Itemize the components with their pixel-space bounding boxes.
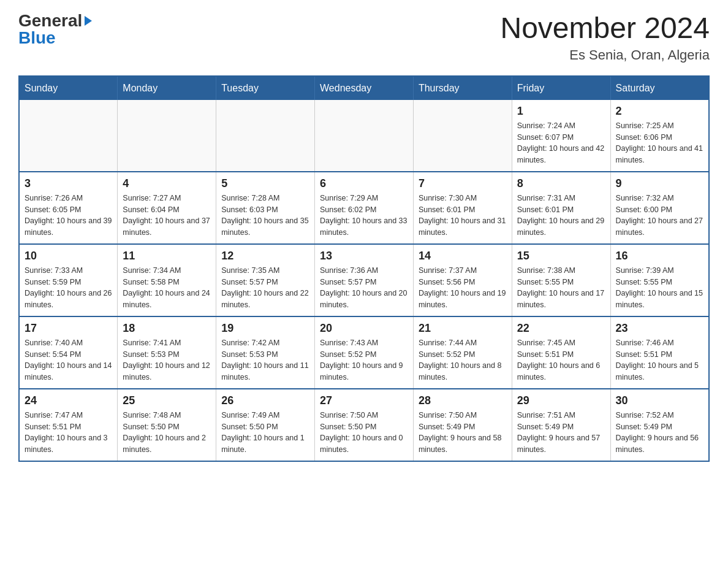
calendar-cell: 27Sunrise: 7:50 AMSunset: 5:50 PMDayligh… [315, 389, 414, 461]
day-number: 24 [25, 394, 112, 407]
day-number: 21 [419, 322, 507, 335]
day-info: Sunrise: 7:27 AMSunset: 6:04 PMDaylight:… [123, 193, 211, 239]
logo-arrow-icon [85, 16, 92, 26]
calendar-cell: 19Sunrise: 7:42 AMSunset: 5:53 PMDayligh… [216, 316, 315, 389]
day-number: 12 [221, 250, 309, 262]
day-info: Sunrise: 7:24 AMSunset: 6:07 PMDaylight:… [517, 120, 605, 166]
calendar-cell: 22Sunrise: 7:45 AMSunset: 5:51 PMDayligh… [512, 316, 610, 389]
calendar-cell: 28Sunrise: 7:50 AMSunset: 5:49 PMDayligh… [413, 389, 512, 461]
day-number: 17 [25, 322, 112, 335]
column-header-tuesday: Tuesday [216, 76, 315, 100]
day-info: Sunrise: 7:44 AMSunset: 5:52 PMDaylight:… [419, 337, 507, 383]
day-info: Sunrise: 7:50 AMSunset: 5:49 PMDaylight:… [419, 410, 507, 456]
calendar-table: SundayMondayTuesdayWednesdayThursdayFrid… [18, 75, 710, 462]
calendar-cell: 5Sunrise: 7:28 AMSunset: 6:03 PMDaylight… [216, 172, 315, 244]
calendar-cell [19, 100, 118, 172]
day-info: Sunrise: 7:28 AMSunset: 6:03 PMDaylight:… [221, 193, 309, 239]
day-number: 26 [221, 394, 309, 407]
day-info: Sunrise: 7:31 AMSunset: 6:01 PMDaylight:… [517, 193, 605, 239]
title-section: November 2024 Es Senia, Oran, Algeria [500, 12, 710, 63]
calendar-cell: 1Sunrise: 7:24 AMSunset: 6:07 PMDaylight… [512, 100, 610, 172]
day-number: 7 [419, 177, 507, 190]
calendar-cell: 16Sunrise: 7:39 AMSunset: 5:55 PMDayligh… [610, 244, 709, 316]
day-number: 14 [419, 250, 507, 262]
calendar-cell [118, 100, 216, 172]
day-info: Sunrise: 7:35 AMSunset: 5:57 PMDaylight:… [221, 265, 309, 311]
calendar-cell: 30Sunrise: 7:52 AMSunset: 5:49 PMDayligh… [610, 389, 709, 461]
day-info: Sunrise: 7:42 AMSunset: 5:53 PMDaylight:… [221, 337, 309, 383]
day-number: 20 [320, 322, 408, 335]
day-info: Sunrise: 7:40 AMSunset: 5:54 PMDaylight:… [25, 337, 112, 383]
day-info: Sunrise: 7:29 AMSunset: 6:02 PMDaylight:… [320, 193, 408, 239]
day-number: 1 [517, 105, 605, 118]
day-number: 2 [616, 105, 703, 118]
calendar-cell: 18Sunrise: 7:41 AMSunset: 5:53 PMDayligh… [118, 316, 216, 389]
day-number: 5 [221, 177, 309, 190]
column-header-friday: Friday [512, 76, 610, 100]
calendar-cell: 29Sunrise: 7:51 AMSunset: 5:49 PMDayligh… [512, 389, 610, 461]
page-header: General Blue November 2024 Es Senia, Ora… [18, 12, 710, 63]
day-number: 10 [25, 250, 112, 262]
day-info: Sunrise: 7:34 AMSunset: 5:58 PMDaylight:… [123, 265, 211, 311]
column-header-monday: Monday [118, 76, 216, 100]
day-number: 6 [320, 177, 408, 190]
day-info: Sunrise: 7:36 AMSunset: 5:57 PMDaylight:… [320, 265, 408, 311]
day-number: 25 [123, 394, 211, 407]
calendar-cell: 2Sunrise: 7:25 AMSunset: 6:06 PMDaylight… [610, 100, 709, 172]
calendar-cell: 3Sunrise: 7:26 AMSunset: 6:05 PMDaylight… [19, 172, 118, 244]
calendar-cell: 14Sunrise: 7:37 AMSunset: 5:56 PMDayligh… [413, 244, 512, 316]
calendar-cell: 7Sunrise: 7:30 AMSunset: 6:01 PMDaylight… [413, 172, 512, 244]
calendar-week-2: 3Sunrise: 7:26 AMSunset: 6:05 PMDaylight… [19, 172, 709, 244]
column-header-sunday: Sunday [19, 76, 118, 100]
location-subtitle: Es Senia, Oran, Algeria [500, 47, 710, 63]
day-info: Sunrise: 7:38 AMSunset: 5:55 PMDaylight:… [517, 265, 605, 311]
day-info: Sunrise: 7:45 AMSunset: 5:51 PMDaylight:… [517, 337, 605, 383]
calendar-week-5: 24Sunrise: 7:47 AMSunset: 5:51 PMDayligh… [19, 389, 709, 461]
calendar-cell: 26Sunrise: 7:49 AMSunset: 5:50 PMDayligh… [216, 389, 315, 461]
day-info: Sunrise: 7:25 AMSunset: 6:06 PMDaylight:… [616, 120, 703, 166]
calendar-week-4: 17Sunrise: 7:40 AMSunset: 5:54 PMDayligh… [19, 316, 709, 389]
day-number: 29 [517, 394, 605, 407]
calendar-cell: 17Sunrise: 7:40 AMSunset: 5:54 PMDayligh… [19, 316, 118, 389]
calendar-cell: 13Sunrise: 7:36 AMSunset: 5:57 PMDayligh… [315, 244, 414, 316]
day-number: 18 [123, 322, 211, 335]
day-info: Sunrise: 7:39 AMSunset: 5:55 PMDaylight:… [616, 265, 703, 311]
day-number: 9 [616, 177, 703, 190]
calendar-cell: 9Sunrise: 7:32 AMSunset: 6:00 PMDaylight… [610, 172, 709, 244]
logo-general: General [18, 12, 82, 29]
column-header-thursday: Thursday [413, 76, 512, 100]
day-info: Sunrise: 7:48 AMSunset: 5:50 PMDaylight:… [123, 410, 211, 456]
day-number: 28 [419, 394, 507, 407]
day-info: Sunrise: 7:43 AMSunset: 5:52 PMDaylight:… [320, 337, 408, 383]
calendar-cell: 23Sunrise: 7:46 AMSunset: 5:51 PMDayligh… [610, 316, 709, 389]
day-number: 4 [123, 177, 211, 190]
day-number: 27 [320, 394, 408, 407]
day-number: 11 [123, 250, 211, 262]
day-info: Sunrise: 7:30 AMSunset: 6:01 PMDaylight:… [419, 193, 507, 239]
calendar-cell: 12Sunrise: 7:35 AMSunset: 5:57 PMDayligh… [216, 244, 315, 316]
day-number: 16 [616, 250, 703, 262]
day-number: 15 [517, 250, 605, 262]
day-number: 30 [616, 394, 703, 407]
day-number: 23 [616, 322, 703, 335]
day-info: Sunrise: 7:26 AMSunset: 6:05 PMDaylight:… [25, 193, 112, 239]
calendar-cell: 10Sunrise: 7:33 AMSunset: 5:59 PMDayligh… [19, 244, 118, 316]
day-info: Sunrise: 7:52 AMSunset: 5:49 PMDaylight:… [616, 410, 703, 456]
day-info: Sunrise: 7:33 AMSunset: 5:59 PMDaylight:… [25, 265, 112, 311]
day-number: 3 [25, 177, 112, 190]
day-info: Sunrise: 7:49 AMSunset: 5:50 PMDaylight:… [221, 410, 309, 456]
logo: General Blue [18, 12, 92, 47]
calendar-cell: 6Sunrise: 7:29 AMSunset: 6:02 PMDaylight… [315, 172, 414, 244]
day-info: Sunrise: 7:46 AMSunset: 5:51 PMDaylight:… [616, 337, 703, 383]
day-info: Sunrise: 7:50 AMSunset: 5:50 PMDaylight:… [320, 410, 408, 456]
day-number: 13 [320, 250, 408, 262]
calendar-cell: 11Sunrise: 7:34 AMSunset: 5:58 PMDayligh… [118, 244, 216, 316]
column-header-saturday: Saturday [610, 76, 709, 100]
day-number: 19 [221, 322, 309, 335]
logo-blue: Blue [18, 29, 56, 47]
calendar-cell: 20Sunrise: 7:43 AMSunset: 5:52 PMDayligh… [315, 316, 414, 389]
calendar-cell: 25Sunrise: 7:48 AMSunset: 5:50 PMDayligh… [118, 389, 216, 461]
calendar-cell: 8Sunrise: 7:31 AMSunset: 6:01 PMDaylight… [512, 172, 610, 244]
calendar-cell [315, 100, 414, 172]
calendar-cell: 24Sunrise: 7:47 AMSunset: 5:51 PMDayligh… [19, 389, 118, 461]
